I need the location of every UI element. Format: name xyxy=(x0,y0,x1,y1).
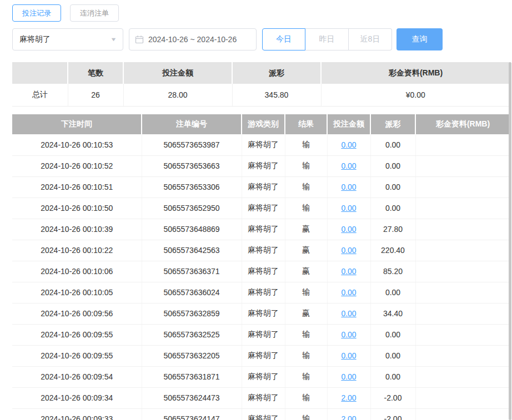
game-select-value: 麻将胡了 xyxy=(19,34,51,44)
summary-header-row: 笔数 投注金额 派彩 彩金资料(RMB) xyxy=(12,62,510,84)
calendar-icon xyxy=(135,35,144,44)
cell-bet-amount: 0.00 xyxy=(327,324,370,345)
cell-order-id: 5065573648869 xyxy=(142,219,242,240)
query-button[interactable]: 查询 xyxy=(396,28,443,50)
table-row: 2024-10-26 00:09:55 5065573632525 麻将胡了 输… xyxy=(12,324,510,345)
quick-range-group: 今日昨日近8日 xyxy=(262,28,392,50)
cell-bet-amount: 0.00 xyxy=(327,366,370,387)
cell-payout: 0.00 xyxy=(370,134,415,155)
table-row: 2024-10-26 00:09:55 5065573632205 麻将胡了 输… xyxy=(12,345,510,366)
cell-jackpot xyxy=(415,240,510,261)
tab-bet-records[interactable]: 投注记录 xyxy=(12,4,61,22)
table-row: 2024-10-26 00:10:39 5065573648869 麻将胡了 赢… xyxy=(12,219,510,240)
bet-amount-link[interactable]: 0.00 xyxy=(341,161,356,170)
cell-jackpot xyxy=(415,219,510,240)
cell-order-id: 5065573652950 xyxy=(142,198,242,219)
table-row: 2024-10-26 00:10:22 5065573642563 麻将胡了 赢… xyxy=(12,240,510,261)
cell-result: 赢 xyxy=(285,261,327,282)
bet-amount-link[interactable]: 0.00 xyxy=(341,140,356,149)
quick-range-yesterday[interactable]: 昨日 xyxy=(305,28,349,50)
bet-amount-link[interactable]: 0.00 xyxy=(341,246,356,255)
cell-bet-amount: 0.00 xyxy=(327,261,370,282)
summary-header-bet-amount: 投注金额 xyxy=(123,62,232,84)
cell-order-id: 5065573653663 xyxy=(142,155,242,176)
bet-table-body: 2024-10-26 00:10:53 5065573653987 麻将胡了 输… xyxy=(12,134,510,420)
cell-order-id: 5065573653987 xyxy=(142,134,242,155)
quick-range-today[interactable]: 今日 xyxy=(262,28,305,50)
table-row: 2024-10-26 00:09:33 5065573624147 麻将胡了 输… xyxy=(12,408,510,420)
tab-cancel-orders[interactable]: 连消注单 xyxy=(70,4,119,22)
bet-amount-link[interactable]: 0.00 xyxy=(341,330,356,339)
cell-result: 输 xyxy=(285,324,327,345)
bet-amount-link[interactable]: 0.00 xyxy=(341,183,356,191)
cell-payout: 0.00 xyxy=(370,176,415,198)
bet-amount-link[interactable]: 0.00 xyxy=(341,225,356,234)
cell-game-type: 麻将胡了 xyxy=(242,324,285,345)
bet-amount-link[interactable]: 2.00 xyxy=(341,393,356,402)
cell-result: 赢 xyxy=(285,240,327,261)
cell-bet-amount: 0.00 xyxy=(327,155,370,176)
cell-bet-amount: 0.00 xyxy=(327,219,370,240)
header-payout: 派彩 xyxy=(370,114,415,134)
table-header-row: 下注时间 注单编号 游戏类别 结果 投注金额 派彩 彩金资料(RMB) xyxy=(12,114,510,134)
cell-jackpot xyxy=(415,176,510,198)
bet-records-table: 下注时间 注单编号 游戏类别 结果 投注金额 派彩 彩金资料(RMB) 2024… xyxy=(12,114,510,420)
cell-bet-time: 2024-10-26 00:09:55 xyxy=(12,345,142,366)
table-row: 2024-10-26 00:10:05 5065573636024 麻将胡了 输… xyxy=(12,282,510,303)
cell-payout: 0.00 xyxy=(370,345,415,366)
cell-order-id: 5065573631871 xyxy=(142,366,242,387)
cell-bet-amount: 0.00 xyxy=(327,345,370,366)
cell-result: 输 xyxy=(285,155,327,176)
cell-payout: 0.00 xyxy=(370,324,415,345)
cell-payout: 0.00 xyxy=(370,366,415,387)
header-order-id: 注单编号 xyxy=(142,114,242,134)
cell-jackpot xyxy=(415,387,510,408)
header-bet-time: 下注时间 xyxy=(12,114,142,134)
bet-amount-link[interactable]: 2.00 xyxy=(341,414,356,420)
cell-jackpot xyxy=(415,261,510,282)
cell-bet-time: 2024-10-26 00:10:53 xyxy=(12,134,142,155)
table-row: 2024-10-26 00:09:56 5065573632859 麻将胡了 赢… xyxy=(12,303,510,324)
summary-header-count: 笔数 xyxy=(68,62,123,84)
bet-amount-link[interactable]: 0.00 xyxy=(341,372,356,381)
header-game-type: 游戏类别 xyxy=(242,114,285,134)
cell-order-id: 5065573632859 xyxy=(142,303,242,324)
cell-game-type: 麻将胡了 xyxy=(242,240,285,261)
bet-amount-link[interactable]: 0.00 xyxy=(341,204,356,212)
cell-game-type: 麻将胡了 xyxy=(242,261,285,282)
vertical-scrollbar[interactable] xyxy=(509,62,511,420)
cell-order-id: 5065573624473 xyxy=(142,387,242,408)
cell-game-type: 麻将胡了 xyxy=(242,387,285,408)
cell-order-id: 5065573642563 xyxy=(142,240,242,261)
cell-game-type: 麻将胡了 xyxy=(242,282,285,303)
cell-bet-time: 2024-10-26 00:10:22 xyxy=(12,240,142,261)
bet-records-page: 投注记录连消注单 麻将胡了 ▼ 2024-10-26 ~ 2024-10-26 … xyxy=(0,0,512,420)
header-result: 结果 xyxy=(285,114,327,134)
quick-range-last8days[interactable]: 近8日 xyxy=(349,28,392,50)
cell-order-id: 5065573653306 xyxy=(142,176,242,198)
bet-amount-link[interactable]: 0.00 xyxy=(341,351,356,360)
summary-total-label: 总计 xyxy=(12,84,68,106)
cell-bet-amount: 0.00 xyxy=(327,134,370,155)
summary-total-count: 26 xyxy=(68,84,123,106)
filter-bar: 麻将胡了 ▼ 2024-10-26 ~ 2024-10-26 今日昨日近8日 查… xyxy=(12,28,443,50)
cell-bet-amount: 0.00 xyxy=(327,198,370,219)
date-range-input[interactable]: 2024-10-26 ~ 2024-10-26 xyxy=(129,28,257,50)
bet-amount-link[interactable]: 0.00 xyxy=(341,309,356,318)
cell-bet-amount: 0.00 xyxy=(327,282,370,303)
bet-amount-link[interactable]: 0.00 xyxy=(341,267,356,276)
cell-result: 输 xyxy=(285,134,327,155)
cell-order-id: 5065573632525 xyxy=(142,324,242,345)
summary-header-empty xyxy=(12,62,68,84)
cell-bet-amount: 2.00 xyxy=(327,408,370,420)
cell-result: 赢 xyxy=(285,219,327,240)
table-row: 2024-10-26 00:10:53 5065573653987 麻将胡了 输… xyxy=(12,134,510,155)
table-row: 2024-10-26 00:10:52 5065573653663 麻将胡了 输… xyxy=(12,155,510,176)
bet-amount-link[interactable]: 0.00 xyxy=(341,288,356,297)
table-row: 2024-10-26 00:09:54 5065573631871 麻将胡了 输… xyxy=(12,366,510,387)
cell-jackpot xyxy=(415,303,510,324)
cell-result: 输 xyxy=(285,387,327,408)
cell-bet-time: 2024-10-26 00:09:54 xyxy=(12,366,142,387)
game-select[interactable]: 麻将胡了 ▼ xyxy=(12,28,123,50)
cell-game-type: 麻将胡了 xyxy=(242,198,285,219)
